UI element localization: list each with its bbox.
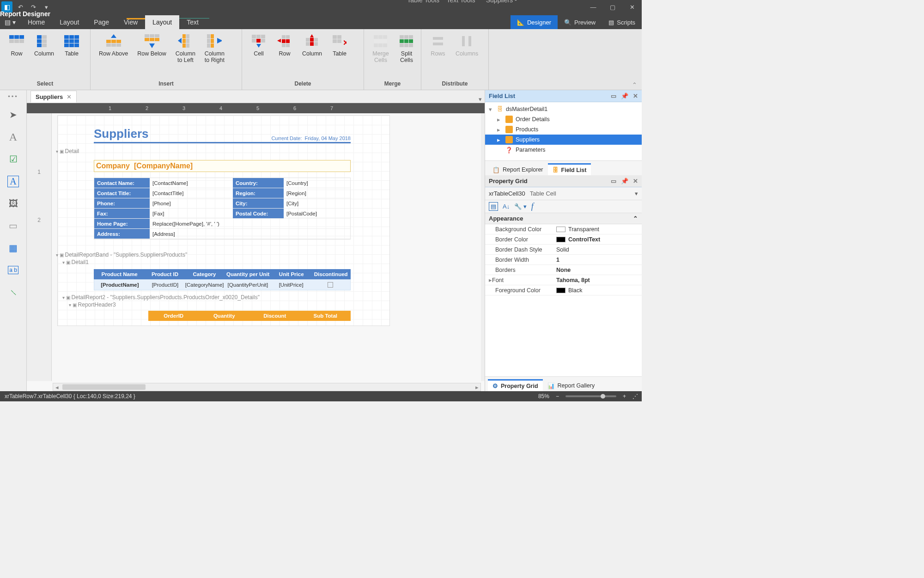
pg-row[interactable]: Border Width1 <box>485 255 642 265</box>
insert-row-below-button[interactable]: Row Below <box>133 32 171 80</box>
distribute-rows-button[interactable]: Rows <box>425 32 451 80</box>
pin-icon[interactable]: 📌 <box>621 92 628 99</box>
band-drb[interactable]: DetailReportBand - "Suppliers.SuppliersP… <box>56 252 389 258</box>
select-column-button[interactable]: Column <box>30 32 59 80</box>
collapse-ribbon-button[interactable]: ⌃ <box>632 81 637 88</box>
char-tool[interactable]: a b <box>6 263 21 277</box>
detail-grid[interactable]: Contact Name:[ContactName] Country:[Coun… <box>94 178 351 240</box>
label-tool[interactable]: A <box>6 129 21 144</box>
zoom-out-button[interactable]: − <box>556 393 559 400</box>
svg-marker-63 <box>277 39 281 43</box>
pg-row[interactable]: Background ColorTransparent <box>485 224 642 234</box>
pg-row[interactable]: BordersNone <box>485 265 642 275</box>
tab-page[interactable]: Page <box>86 15 116 29</box>
pg-row[interactable]: Border Dash StyleSolid <box>485 245 642 255</box>
mode-preview[interactable]: 🔍Preview <box>558 15 602 29</box>
zoom-in-button[interactable]: + <box>623 393 626 400</box>
report-header[interactable]: Suppliers Current Date: Friday, 04 May 2… <box>94 127 351 143</box>
svg-rect-61 <box>282 43 286 47</box>
app-menu[interactable]: ▤ ▾ <box>0 15 20 29</box>
insert-col-left-button[interactable]: Column to Left <box>171 32 200 80</box>
split-cells-button[interactable]: Split Cells <box>394 32 419 80</box>
close-tab-icon[interactable]: ✕ <box>67 93 72 100</box>
panel-tool[interactable]: ▭ <box>6 218 21 233</box>
product-header-row[interactable]: Product NameProduct IDCategoryQuantity p… <box>94 269 351 279</box>
table-tool[interactable]: ▦ <box>6 240 21 255</box>
zoom-slider[interactable] <box>565 395 616 397</box>
wrench-icon[interactable]: 🔧 ▾ <box>514 203 527 210</box>
tree-root[interactable]: ▾🗄dsMasterDetail1 <box>485 104 642 114</box>
product-data-row[interactable]: [ProductName][ProductID][CategoryName][Q… <box>94 279 351 290</box>
band-detail1[interactable]: Detail1 <box>62 259 389 265</box>
tab-table-layout[interactable]: Layout <box>145 15 179 29</box>
close-pane-icon[interactable]: ✕ <box>633 178 638 184</box>
tab-report-gallery[interactable]: 📊Report Gallery <box>543 379 600 391</box>
svg-rect-1 <box>9 35 14 39</box>
svg-rect-87 <box>404 43 408 47</box>
vertical-scrollbar[interactable] <box>481 113 485 381</box>
select-row-button[interactable]: Row <box>4 32 30 80</box>
restore-icon[interactable]: ▭ <box>611 92 616 99</box>
pin-icon[interactable]: 📌 <box>621 178 628 184</box>
svg-rect-48 <box>211 43 214 48</box>
redo-button[interactable]: ↷ <box>27 0 40 13</box>
richtext-tool[interactable]: A <box>6 174 21 189</box>
distribute-columns-button[interactable]: Columns <box>451 32 483 80</box>
discontinued-checkbox <box>328 282 333 288</box>
line-tool[interactable]: ⟍ <box>6 285 21 300</box>
checkbox-tool[interactable]: ☑ <box>6 152 21 166</box>
tab-view[interactable]: View <box>116 15 145 29</box>
restore-icon[interactable]: ▭ <box>611 178 616 184</box>
svg-rect-33 <box>150 38 154 41</box>
band-drb2[interactable]: DetailReport2 - "Suppliers.SuppliersProd… <box>62 294 389 301</box>
merge-cells-button[interactable]: Merge Cells <box>368 32 394 80</box>
maximize-button[interactable]: ▢ <box>603 0 622 14</box>
tree-order-details[interactable]: ▸Order Details <box>485 114 642 124</box>
canvas[interactable]: Suppliers Current Date: Friday, 04 May 2… <box>53 115 481 381</box>
alpha-icon[interactable]: A↓ <box>503 203 510 210</box>
chevron-down-icon[interactable]: ▾ <box>635 190 638 197</box>
picture-tool[interactable]: 🖼 <box>6 196 21 211</box>
svg-rect-16 <box>64 39 69 43</box>
delete-column-button[interactable]: Column <box>298 32 327 80</box>
insert-row-above-button[interactable]: Row Above <box>94 32 133 80</box>
tab-text[interactable]: Text <box>179 15 206 29</box>
tab-layout[interactable]: Layout <box>52 15 86 29</box>
expression-icon[interactable]: f <box>531 202 534 211</box>
tree-suppliers[interactable]: ▸Suppliers <box>485 135 642 145</box>
pg-row[interactable]: Border ColorControlText <box>485 234 642 245</box>
pointer-tool[interactable]: ➤ <box>6 107 21 122</box>
delete-row-button[interactable]: Row <box>272 32 298 80</box>
tree-products[interactable]: ▸Products <box>485 124 642 135</box>
delete-cell-button[interactable]: Cell <box>246 32 272 80</box>
tab-menu-dropdown[interactable]: ▾ <box>479 96 482 103</box>
undo-button[interactable]: ↶ <box>14 0 27 13</box>
mode-designer[interactable]: 📐Designer <box>511 15 558 29</box>
band-rh3[interactable]: ReportHeader3 <box>69 301 389 308</box>
insert-col-right-button[interactable]: Column to Right <box>200 32 229 80</box>
horizontal-scrollbar[interactable]: ◂▸ <box>53 383 481 391</box>
tab-property-grid[interactable]: ⚙Property Grid <box>488 379 543 391</box>
svg-rect-69 <box>314 42 318 46</box>
tab-field-list[interactable]: 🗄Field List <box>548 163 591 175</box>
mode-scripts[interactable]: ▧Scripts <box>602 15 642 29</box>
pg-row[interactable]: ▸ FontTahoma, 8pt <box>485 275 642 285</box>
selected-object-row[interactable]: xrTableCell30Table Cell▾ <box>485 187 642 200</box>
doc-tab[interactable]: Suppliers✕ <box>30 91 77 103</box>
delete-table-button[interactable]: ✕Table <box>327 32 353 80</box>
band-detail[interactable]: Detail <box>56 148 389 154</box>
qat-dropdown[interactable]: ▾ <box>40 0 53 13</box>
minimize-button[interactable]: — <box>584 0 603 14</box>
order-header-row[interactable]: OrderIDQuantityDiscountSub Total <box>148 311 351 321</box>
close-button[interactable]: ✕ <box>622 0 642 14</box>
tab-report-explorer[interactable]: 📋Report Explorer <box>488 163 548 175</box>
tree-parameters[interactable]: ❓Parameters <box>485 145 642 155</box>
company-row[interactable]: Company [CompanyName] <box>94 160 351 172</box>
pg-row[interactable]: Foreground ColorBlack <box>485 285 642 295</box>
select-table-button[interactable]: Table <box>59 32 85 80</box>
resize-grip-icon[interactable]: ⋰ <box>632 393 637 400</box>
pg-category-appearance[interactable]: Appearance⌃ <box>485 213 642 224</box>
tab-home[interactable]: Home <box>20 15 52 29</box>
close-pane-icon[interactable]: ✕ <box>633 92 638 99</box>
categorized-icon[interactable]: ▤ <box>489 202 498 211</box>
